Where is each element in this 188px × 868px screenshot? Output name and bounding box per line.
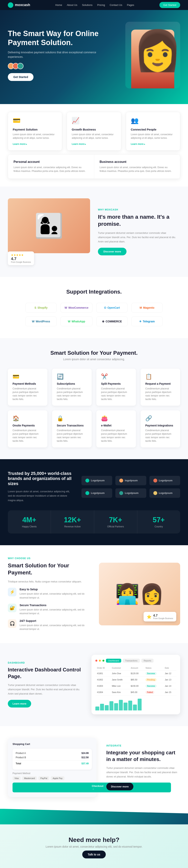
dashboard-tab-active[interactable]: Dashboard [106,659,121,662]
secure-tx-title: Secure Transactions [20,603,89,607]
trusted-title: Trusted by 25,000+ world-class brands an… [8,471,74,486]
ewallet-icon: 👛 [101,415,131,422]
row1-status: Success [146,672,157,675]
payment-card-desc: Lorem ipsum dolor sit amet, consectetur … [13,133,57,140]
cart-item-1: Product A $24.99 [15,752,89,754]
split-payments-title: Split Payments [101,382,131,385]
feature-secure-transactions: 🔒 Secure Transactions Condimentum placer… [52,410,92,447]
promise-section: 👩‍👦 ★★★★★ 4.7 From Google Business WHY M… [0,187,188,277]
easy-setup-text: Easy to Setup Lorem ipsum dolor sit amet… [20,588,89,599]
rating-value: 4.7 [11,256,31,261]
dashboard-table: Order ID Customer Amount Status Date #10… [95,666,176,695]
subscriptions-title: Subscriptions [57,382,87,385]
payment-card-link[interactable]: Learn more [13,143,27,146]
nav-home[interactable]: Home [55,3,62,6]
integrate-mockup-area: Shopping Cart Product A $24.99 Product B… [8,738,97,797]
feature-card-connected: 👥 Connected People Lorem ipsum dolor sit… [126,112,180,151]
row4-id: #1004 [95,689,110,695]
hero-person-visual [125,22,180,88]
support-title: 24/7 Support [20,619,89,622]
cart-item-2: Product B $12.50 [15,756,89,759]
minimize-dot [99,660,101,662]
hero-avatars [8,63,102,69]
payment-pill-mastercard[interactable]: Mastercard [22,776,37,780]
request-payment-title: Request a Payment [145,382,176,385]
subscriptions-desc: Condimentum placerat purus partirque dip… [57,387,87,401]
row4-status: Failed [146,691,154,694]
integrate-cta-button[interactable]: Discover more [106,783,133,790]
dashboard-tab-reports[interactable]: Reports [142,659,154,662]
col-amount: Amount [129,666,144,671]
dashboard-tab-transactions[interactable]: Transactions [123,659,140,662]
connected-card-link[interactable]: Learn more [131,143,145,146]
nav-pricing[interactable]: Pricing [97,3,105,6]
dashboard-cta-button[interactable]: Learn more [8,700,31,708]
stat-clients-label: Happy Clients [12,525,47,528]
payment-pills: Visa Mastercard PayPal Apple Pay [12,776,92,780]
feature-payment-methods: 💳 Payment Methods Condimentum placerat p… [8,369,48,406]
payment-pill-visa[interactable]: Visa [12,776,21,780]
dashboard-section: DASHBOARD Interactive Dashboard Control … [0,643,188,726]
connected-card-desc: Lorem ipsum dolor sit amet, consectetur … [131,133,175,140]
split-payments-desc: Condimentum placerat purus partirque dip… [101,387,131,401]
stat-countries-label: Country [141,525,176,528]
row3-amount: $230.00 [129,683,144,689]
row2-date: Jan 13 [163,677,177,683]
chart-bar [133,705,137,710]
nav-cta-button[interactable]: Get Started [159,2,180,8]
smart-solution-section: Smart Solution for Your Payment. Lorem i… [0,338,188,459]
personal-account-desc: Lorem ipsum dolor sit amet, consectetur … [13,165,89,173]
nav-solutions[interactable]: Solutions [82,3,92,6]
avatar-3 [17,63,24,69]
chart-bar [128,701,132,710]
row1-amount: $120.00 [129,670,144,677]
nav-contact[interactable]: Contact Us [110,3,122,6]
hero-cta-button[interactable]: Get Started [8,73,33,81]
dashboard-title: Interactive Dashboard Control Page. [8,666,82,680]
nav-about[interactable]: About Us [67,3,77,6]
why-choose-desc: Tristique senectus felis. Nulla congue m… [8,580,89,583]
chart-bar [138,699,142,710]
chart-bar [119,700,123,710]
payment-pill-applepay[interactable]: Apple Pay [51,776,64,780]
secure-tx-desc: Lorem ipsum dolor sit amet, consectetur … [20,608,89,615]
rating-source: From Google Business [11,261,31,263]
why-choose-content: WHY CHOOSE US Smart Solution for Your Pa… [8,557,89,631]
growth-card-link[interactable]: Learn more [72,143,86,146]
integrate-section: Shopping Cart Product A $24.99 Product B… [0,726,188,809]
integrate-mockup: Shopping Cart Product A $24.99 Product B… [8,738,97,797]
why-choose-title: Smart Solution for Your Payment. [8,562,89,577]
dashboard-mockup: Dashboard Transactions Reports Order ID … [91,655,180,714]
payment-method-label: Payment Method [12,772,92,775]
promise-image-area: 👩‍👦 ★★★★★ 4.7 From Google Business [8,198,90,265]
row3-customer: Mike Lee [110,683,129,689]
growth-card-desc: Lorem ipsum dolor sit amet, consectetur … [72,133,116,140]
dashboard-desc: Turtur praesent dictumst veniam consecte… [8,683,82,696]
help-cta-button[interactable]: Talk to us [82,850,106,859]
nav-pages[interactable]: Pages [127,3,134,6]
payment-card-title: Payment Solution [13,128,57,131]
why-feature-easy: ⚡ Easy to Setup Lorem ipsum dolor sit am… [8,588,89,599]
cart-title: Shopping Cart [12,743,92,745]
promise-desc: Turtur praesent dictumst veniam consecte… [98,231,180,244]
secure-transactions-desc: Condimentum placerat purus partirque dip… [57,429,87,443]
trusted-logo-dot-4 [85,491,89,495]
cart-card: Product A $24.99 Product B $12.50 Total … [12,749,92,770]
nav-logo[interactable]: moxcash [8,2,30,8]
revenue-chart [95,699,176,710]
secure-transactions-icon: 🔒 [57,415,87,422]
secure-tx-text: Secure Transactions Lorem ipsum dolor si… [20,603,89,615]
hero-section: The Smart Way for Online Payment Solutio… [0,10,188,104]
smart-solution-subtitle: Lorem ipsum dolor sit amet consectetur a… [8,358,180,361]
growth-icon: 📈 [72,117,80,125]
dashboard-label: DASHBOARD [8,661,82,664]
help-section: Need more help? Lorem ipsum dolor sit am… [0,825,188,868]
hero-content: The Smart Way for Online Payment Solutio… [8,29,102,81]
onsite-payments-icon: 🏠 [12,415,43,422]
trusted-logo-dot-3 [153,478,157,483]
growth-card-title: Growth Business [72,128,116,131]
promise-cta-button[interactable]: Discover more [98,248,126,255]
row1-date: Jan 12 [163,670,177,677]
payment-integrations-desc: Condimentum placerat purus partirque dip… [145,429,176,443]
payment-pill-paypal[interactable]: PayPal [38,776,49,780]
